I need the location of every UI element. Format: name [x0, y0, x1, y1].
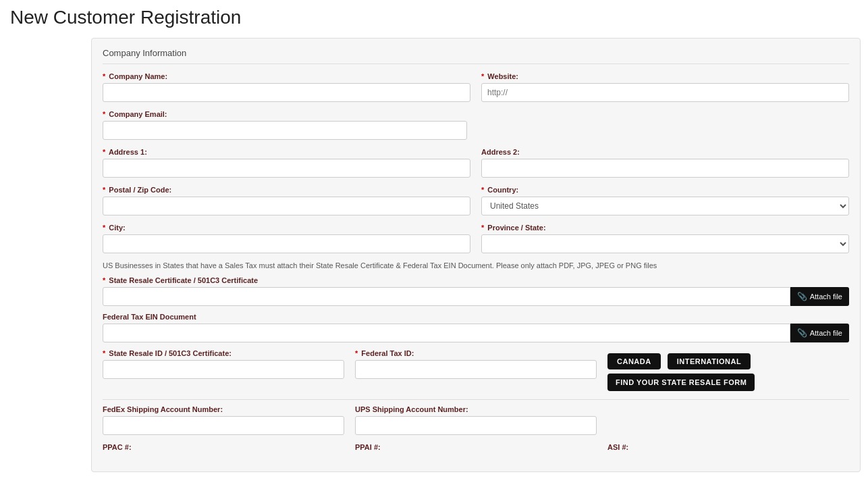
address2-label: Address 2:: [481, 148, 849, 156]
company-name-label: * Company Name:: [103, 72, 470, 80]
state-resale-attach-button[interactable]: Attach file: [790, 287, 849, 306]
group-ppac: PPAC #:: [103, 443, 344, 454]
federal-tax-attach-button[interactable]: Attach file: [790, 324, 849, 342]
asi-label: ASI #:: [607, 443, 849, 451]
group-state-resale-id: * State Resale ID / 501C3 Certificate:: [103, 349, 344, 391]
group-federal-tax-id: * Federal Tax ID:: [355, 349, 597, 391]
ppai-label: PPAI #:: [355, 443, 597, 451]
section-title: Company Information: [103, 48, 849, 64]
federal-tax-ein-input[interactable]: [103, 324, 790, 342]
action-buttons-col: CANADA INTERNATIONAL FIND YOUR STATE RES…: [607, 349, 849, 391]
group-email: * Company Email:: [103, 110, 467, 140]
state-resale-cert-label: * State Resale Certificate / 501C3 Certi…: [103, 276, 849, 284]
country-select[interactable]: United States Canada Mexico United Kingd…: [481, 197, 849, 215]
action-btns-row1: CANADA INTERNATIONAL: [607, 353, 849, 369]
country-label: * Country:: [481, 186, 849, 194]
row-ids: * State Resale ID / 501C3 Certificate: *…: [103, 349, 849, 391]
website-label: * Website:: [481, 72, 849, 80]
ppac-label: PPAC #:: [103, 443, 344, 451]
group-address1: * Address 1:: [103, 148, 470, 178]
row-city-province: * City: * Province / State: Alabama Alas…: [103, 224, 849, 253]
state-resale-id-label: * State Resale ID / 501C3 Certificate:: [103, 349, 344, 357]
group-country: * Country: United States Canada Mexico U…: [481, 186, 849, 215]
city-input[interactable]: [103, 234, 470, 253]
address2-input[interactable]: [481, 159, 849, 178]
federal-tax-ein-section: Federal Tax EIN Document Attach file: [103, 313, 849, 342]
group-city: * City:: [103, 224, 470, 253]
group-asi: ASI #:: [607, 443, 849, 454]
group-province: * Province / State: Alabama Alaska Calif…: [481, 224, 849, 253]
federal-tax-ein-row: Attach file: [103, 324, 849, 342]
federal-tax-id-label: * Federal Tax ID:: [355, 349, 597, 357]
row-ppac-ppai-asi: PPAC #: PPAI #: ASI #:: [103, 443, 849, 454]
row-company-website: * Company Name: * Website:: [103, 72, 849, 102]
state-resale-id-input[interactable]: [103, 360, 344, 379]
address1-input[interactable]: [103, 159, 470, 178]
page-title: New Customer Registration: [10, 7, 868, 28]
group-postal: * Postal / Zip Code:: [103, 186, 470, 215]
ups-input[interactable]: [355, 416, 597, 435]
group-website: * Website:: [481, 72, 849, 102]
row-postal-country: * Postal / Zip Code: * Country: United S…: [103, 186, 849, 215]
email-input[interactable]: [103, 121, 467, 140]
group-address2: Address 2:: [481, 148, 849, 178]
fedex-input[interactable]: [103, 416, 344, 435]
row-email: * Company Email:: [103, 110, 849, 140]
state-resale-cert-section: * State Resale Certificate / 501C3 Certi…: [103, 276, 849, 306]
postal-input[interactable]: [103, 197, 470, 215]
website-input[interactable]: [481, 83, 849, 102]
company-name-input[interactable]: [103, 83, 470, 102]
group-company-name: * Company Name:: [103, 72, 470, 102]
city-label: * City:: [103, 224, 470, 232]
form-container: Company Information * Company Name: * We…: [91, 38, 861, 472]
postal-label: * Postal / Zip Code:: [103, 186, 470, 194]
federal-tax-id-input[interactable]: [355, 360, 597, 379]
email-label: * Company Email:: [103, 110, 467, 118]
fedex-label: FedEx Shipping Account Number:: [103, 405, 344, 413]
divider: [103, 399, 849, 400]
action-btns-row2: FIND YOUR STATE RESALE FORM: [607, 374, 849, 391]
federal-tax-ein-label: Federal Tax EIN Document: [103, 313, 849, 321]
address1-label: * Address 1:: [103, 148, 470, 156]
find-form-button[interactable]: FIND YOUR STATE RESALE FORM: [607, 374, 755, 391]
province-label: * Province / State:: [481, 224, 849, 232]
row-address: * Address 1: Address 2:: [103, 148, 849, 178]
canada-button[interactable]: CANADA: [607, 353, 661, 369]
province-select[interactable]: Alabama Alaska California New York Texas: [481, 234, 849, 253]
group-ups: UPS Shipping Account Number:: [355, 405, 597, 435]
state-resale-cert-row: Attach file: [103, 287, 849, 306]
state-resale-cert-input[interactable]: [103, 287, 790, 306]
ups-label: UPS Shipping Account Number:: [355, 405, 597, 413]
group-fedex: FedEx Shipping Account Number:: [103, 405, 344, 435]
clip-icon-2: [797, 328, 807, 338]
note-text: US Businesses in States that have a Sale…: [103, 261, 849, 270]
row-shipping: FedEx Shipping Account Number: UPS Shipp…: [103, 405, 849, 435]
group-ppai: PPAI #:: [355, 443, 597, 454]
clip-icon-1: [797, 292, 807, 301]
international-button[interactable]: INTERNATIONAL: [668, 353, 751, 369]
